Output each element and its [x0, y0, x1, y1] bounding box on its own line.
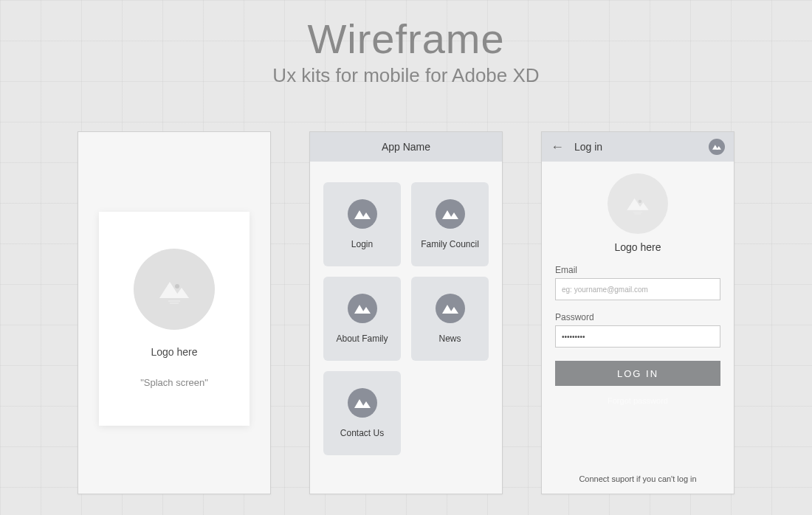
image-icon [348, 294, 377, 323]
mountain-icon [622, 193, 654, 215]
svg-marker-10 [362, 307, 371, 314]
password-label: Password [555, 312, 720, 322]
tile-label: News [438, 333, 461, 344]
mountain-icon [152, 274, 196, 304]
login-topbar: ← Log in [542, 132, 734, 162]
forgot-password-link[interactable]: Forgot password [555, 396, 720, 405]
email-field[interactable] [555, 278, 720, 300]
menu-tile-family-council[interactable]: Family Council [411, 182, 489, 266]
login-title: Log in [574, 141, 602, 153]
login-button[interactable]: LOG IN [555, 361, 720, 386]
splash-caption: "Splach screen" [140, 377, 208, 388]
page-title: Wireframe [0, 15, 812, 63]
splash-logo-label: Logo here [151, 346, 197, 358]
back-arrow-icon[interactable]: ← [551, 139, 564, 155]
login-logo-placeholder [608, 173, 668, 234]
menu-topbar: App Name [310, 132, 502, 162]
menu-tile-about-family[interactable]: About Family [323, 277, 401, 361]
screen-login: ← Log in Logo here Email Password [541, 131, 734, 494]
screen-splash: Logo here "Splach screen" [78, 131, 271, 494]
splash-card: Logo here "Splach screen" [99, 212, 250, 426]
image-icon [436, 294, 465, 323]
svg-marker-6 [362, 212, 371, 219]
screens-row: Logo here "Splach screen" App Name Login… [0, 131, 812, 494]
svg-marker-8 [450, 212, 458, 219]
tile-label: Contact Us [340, 428, 384, 438]
image-icon [348, 388, 377, 418]
svg-point-2 [175, 284, 179, 288]
tile-label: Family Council [421, 239, 479, 249]
app-name-label: App Name [382, 141, 430, 153]
svg-marker-12 [450, 307, 458, 314]
menu-tile-news[interactable]: News [411, 277, 489, 361]
screen-menu: App Name Login Family Council About Fami… [309, 131, 503, 494]
avatar-icon[interactable] [709, 139, 725, 155]
logo-placeholder [134, 249, 215, 330]
svg-marker-16 [716, 146, 721, 150]
password-field[interactable] [555, 325, 720, 348]
page-header: Wireframe Ux kits for mobile for Adobe X… [0, 0, 812, 87]
menu-grid: Login Family Council About Family News [310, 162, 502, 455]
svg-marker-14 [362, 401, 371, 408]
support-text: Connect suport if you can't log in [542, 474, 734, 483]
login-body: Logo here Email Password LOG IN Forgot p… [542, 162, 734, 405]
tile-label: Login [351, 239, 373, 249]
email-label: Email [555, 265, 720, 275]
menu-tile-login[interactable]: Login [323, 182, 401, 266]
image-icon [436, 199, 465, 229]
login-logo-label: Logo here [555, 241, 720, 253]
image-icon [348, 199, 377, 229]
svg-point-19 [639, 200, 641, 203]
menu-tile-contact-us[interactable]: Contact Us [323, 371, 401, 455]
tile-label: About Family [336, 333, 388, 344]
page-subtitle: Ux kits for mobile for Adobe XD [0, 64, 812, 87]
